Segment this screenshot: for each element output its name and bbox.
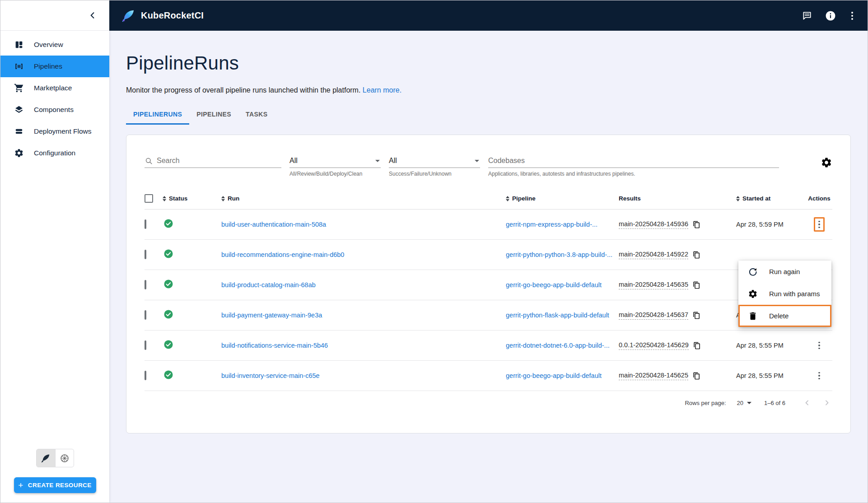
- sort-icon[interactable]: [736, 196, 740, 201]
- menu-item-run-again[interactable]: Run again: [738, 261, 831, 283]
- status-filter-select[interactable]: All All/Review/Build/Deploy/Clean: [289, 154, 381, 177]
- row-checkbox[interactable]: [145, 219, 146, 229]
- column-header-results: Results: [619, 195, 736, 202]
- column-header-pipeline[interactable]: Pipeline: [506, 195, 619, 202]
- copy-icon[interactable]: [693, 251, 700, 259]
- status-filter-value: All: [289, 157, 372, 165]
- feedback-icon[interactable]: [802, 10, 812, 21]
- sidebar-item-label: Deployment Flows: [34, 127, 92, 135]
- search-input[interactable]: [157, 157, 281, 165]
- select-all-checkbox[interactable]: [145, 194, 153, 203]
- table-row: build-user-authentication-main-508a gerr…: [145, 210, 832, 240]
- menu-item-delete[interactable]: Delete: [738, 305, 831, 327]
- tab-pipelines[interactable]: PIPELINES: [189, 107, 238, 125]
- run-link[interactable]: build-recommendations-engine-main-d6b0: [221, 251, 344, 258]
- status-success-icon: [163, 279, 173, 289]
- result-link[interactable]: main-20250428-145635: [619, 281, 688, 289]
- status-success-icon: [163, 219, 173, 228]
- sidebar-item-label: Marketplace: [34, 84, 72, 92]
- column-header-run[interactable]: Run: [221, 195, 506, 202]
- sort-icon[interactable]: [221, 196, 225, 201]
- table-row: build-recommendations-engine-main-d6b0 g…: [145, 240, 832, 270]
- sidebar-collapse-icon[interactable]: [88, 10, 98, 20]
- result-link[interactable]: 0.0.1-20250428-145629: [619, 341, 689, 350]
- result-link[interactable]: main-20250428-145637: [619, 311, 688, 320]
- status-success-icon: [163, 249, 173, 259]
- row-actions-button[interactable]: [815, 340, 823, 352]
- pipeline-link[interactable]: gerrit-go-beego-app-build-default: [506, 281, 602, 289]
- sidebar-item-marketplace[interactable]: Marketplace: [0, 77, 109, 99]
- result-link[interactable]: main-20250428-145625: [619, 372, 688, 380]
- run-link[interactable]: build-inventory-service-main-c65e: [221, 372, 320, 379]
- row-actions-button[interactable]: [815, 219, 823, 231]
- codebases-filter-field[interactable]: Codebases Applications, libraries, autot…: [488, 154, 779, 177]
- rows-per-page-select[interactable]: 20: [737, 400, 752, 406]
- tab-tasks[interactable]: TASKS: [238, 107, 275, 125]
- copy-icon[interactable]: [693, 342, 701, 349]
- column-header-status[interactable]: Status: [163, 195, 221, 202]
- kuberocketci-logo-icon: [121, 9, 135, 23]
- row-checkbox[interactable]: [145, 340, 146, 350]
- view-switcher: [36, 449, 74, 467]
- column-header-started-at[interactable]: Started at: [736, 195, 806, 202]
- table-settings-gear-icon[interactable]: [821, 157, 832, 168]
- result-link[interactable]: main-20250428-145922: [619, 251, 688, 259]
- pipeline-link[interactable]: gerrit-python-python-3.8-app-build-...: [506, 251, 612, 258]
- sidebar-item-deployment-flows[interactable]: Deployment Flows: [0, 121, 109, 142]
- run-link[interactable]: build-notifications-service-main-5b46: [221, 342, 328, 349]
- table-row: build-product-catalog-main-68ab gerrit-g…: [145, 270, 832, 300]
- info-icon[interactable]: [825, 10, 836, 21]
- copy-icon[interactable]: [693, 281, 700, 289]
- copy-icon[interactable]: [693, 312, 700, 319]
- copy-icon[interactable]: [693, 221, 700, 228]
- rocket-feather-icon[interactable]: [37, 449, 55, 467]
- pipeline-link[interactable]: gerrit-go-beego-app-build-default: [506, 372, 602, 379]
- brand: KubeRocketCI: [121, 9, 204, 23]
- codebases-label: Codebases: [488, 157, 779, 165]
- stack-icon: [14, 126, 24, 136]
- sidebar-item-overview[interactable]: Overview: [0, 34, 109, 56]
- pipeline-link[interactable]: gerrit-dotnet-dotnet-6.0-app-build-...: [506, 342, 610, 349]
- search-field: [145, 154, 281, 168]
- row-actions-button[interactable]: [815, 370, 823, 382]
- tabs: PIPELINERUNS PIPELINES TASKS: [126, 107, 868, 125]
- tab-pipelineruns[interactable]: PIPELINERUNS: [126, 107, 189, 125]
- sort-icon[interactable]: [506, 196, 509, 201]
- started-at-value: Apr 28, 5:59 PM: [736, 221, 806, 228]
- filter-row: All All/Review/Build/Deploy/Clean All Su…: [145, 135, 832, 177]
- header-kebab-menu-icon[interactable]: [849, 11, 856, 21]
- sidebar-item-label: Components: [34, 106, 74, 114]
- result-link[interactable]: main-20250428-145936: [619, 220, 688, 229]
- create-resource-button[interactable]: + CREATE RESOURCE: [14, 477, 96, 493]
- row-checkbox[interactable]: [145, 280, 146, 289]
- row-checkbox[interactable]: [145, 371, 146, 380]
- sidebar-item-pipelines[interactable]: Pipelines: [0, 56, 109, 77]
- run-link[interactable]: build-payment-gateway-main-9e3a: [221, 312, 322, 319]
- started-at-value: Apr 28, 5:55 PM: [736, 372, 806, 379]
- result-filter-select[interactable]: All Success/Failure/Unknown: [389, 154, 480, 177]
- result-filter-helper: Success/Failure/Unknown: [389, 171, 480, 177]
- page-description: Monitor the progress of overall pipeline…: [126, 86, 868, 94]
- copy-icon[interactable]: [693, 372, 700, 380]
- sidebar: Overview Pipelines Marketplace Component…: [0, 0, 109, 503]
- menu-item-run-with-params[interactable]: Run with params: [738, 283, 831, 305]
- sidebar-item-components[interactable]: Components: [0, 99, 109, 121]
- table-row: build-notifications-service-main-5b46 ge…: [145, 331, 832, 361]
- sidebar-item-configuration[interactable]: Configuration: [0, 142, 109, 164]
- pipeline-link[interactable]: gerrit-npm-express-app-build-...: [506, 221, 597, 228]
- learn-more-link[interactable]: Learn more.: [363, 86, 401, 94]
- page-title: PipelineRuns: [126, 53, 868, 74]
- run-link[interactable]: build-product-catalog-main-68ab: [221, 281, 316, 289]
- row-checkbox[interactable]: [145, 310, 146, 320]
- sort-icon[interactable]: [163, 196, 166, 201]
- previous-page-icon[interactable]: [803, 398, 812, 407]
- started-at-value: Apr 28, 5:55 PM: [736, 342, 806, 349]
- status-success-icon: [163, 370, 173, 380]
- row-checkbox[interactable]: [145, 250, 146, 259]
- run-link[interactable]: build-user-authentication-main-508a: [221, 221, 326, 228]
- pipeline-link[interactable]: gerrit-python-flask-app-build-default: [506, 312, 609, 319]
- next-page-icon[interactable]: [822, 398, 831, 407]
- kubernetes-icon[interactable]: [55, 449, 74, 467]
- sidebar-item-label: Pipelines: [34, 62, 62, 70]
- plus-icon: +: [18, 481, 23, 489]
